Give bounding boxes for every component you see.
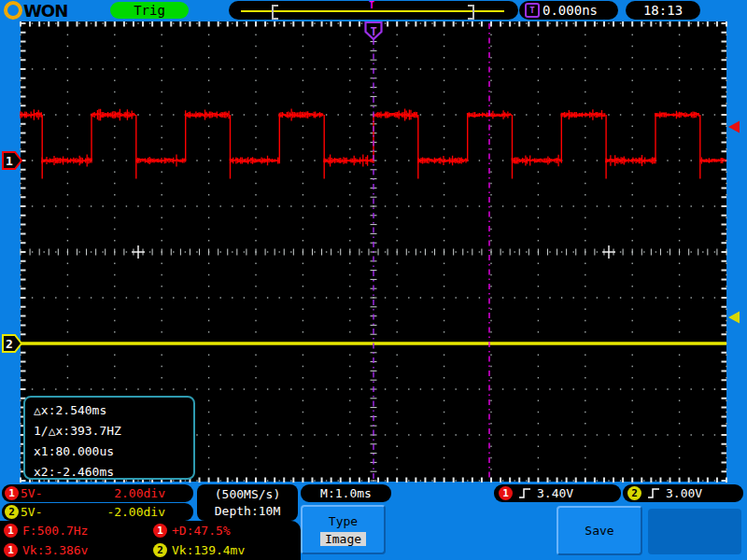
channel2-trigger-level-readout[interactable]: 2 3.00V (623, 484, 743, 502)
top-status-bar: WON Trig T T 0.000ns 18:13 (0, 0, 747, 21)
rising-edge-icon (518, 487, 531, 499)
cursor-measurement-box: △x:2.540ms 1/△x:393.7HZ x1:80.000us x2:-… (23, 396, 195, 480)
acquisition-readout: (500MS/s) Depth:10M (197, 484, 298, 521)
save-button[interactable]: Save (557, 506, 642, 555)
channel1-position-label: 1 (6, 154, 13, 168)
channel2-trigger-level-value: 3.00V (666, 486, 702, 500)
trigger-time-readout: T 0.000ns (519, 1, 618, 20)
measurement-ch1-duty: 1 +D:47.5% (149, 524, 299, 538)
channel2-chip: 2 (627, 486, 641, 500)
channel1-chip: 1 (153, 524, 167, 538)
timebase-readout[interactable]: M:1.0ms (301, 484, 391, 502)
measurement-text: F:500.7Hz (22, 524, 88, 538)
sample-rate: (500MS/s) (215, 486, 280, 503)
memory-window-line (241, 10, 504, 12)
channel1-volts-per-div: 5V- (21, 486, 42, 500)
oscilloscope-screen: T 1 2 △x:2.540ms 1/△x:393.7HZ x1:80.000u… (0, 0, 747, 560)
window-left-bracket-icon (272, 5, 278, 20)
channel1-chip: 1 (5, 486, 19, 500)
channel1-chip: 1 (4, 524, 18, 538)
channel2-chip: 2 (5, 505, 19, 519)
empty-menu-button[interactable] (648, 509, 741, 554)
measurement-ch1-vk: 1 Vk:3.386v (0, 543, 149, 557)
trigger-status-text: Trig (134, 3, 165, 18)
channel2-trigger-level-arrow[interactable] (728, 312, 740, 324)
channel2-position-marker[interactable] (3, 335, 21, 352)
measurement-ch2-vk: 2 Vk:139.4mv (149, 543, 299, 557)
measurement-text: Vk:139.4mv (172, 543, 245, 557)
memory-depth: Depth:10M (215, 503, 280, 520)
clock: 18:13 (626, 1, 700, 20)
channel1-trigger-level-arrow[interactable] (728, 121, 740, 133)
channel2-position-value: -2.00div (106, 505, 193, 519)
rising-edge-icon (647, 487, 660, 499)
bottom-status-bar: 1 5V- 2.00div 2 5V- -2.00div (500MS/s) D… (0, 483, 747, 560)
type-label: Type (329, 514, 358, 528)
logo-ring-icon (4, 1, 22, 20)
measurement-ch1-frequency: 1 F:500.7Hz (0, 524, 149, 538)
trigger-t-icon: T (525, 3, 540, 18)
channel2-volts-per-div: 5V- (21, 505, 42, 519)
logo-text: WON (23, 1, 67, 21)
channel2-position-label: 2 (6, 337, 13, 351)
channel1-trigger-level-readout[interactable]: 1 3.40V (494, 484, 621, 502)
save-label: Save (585, 524, 613, 538)
channel1-scale-readout[interactable]: 1 5V- 2.00div (2, 484, 193, 502)
type-menu-button[interactable]: Type Image (301, 505, 386, 554)
window-right-bracket-icon (468, 5, 474, 20)
channel2-chip: 2 (153, 543, 167, 557)
cursor-inverse-dx-readout: 1/△x:393.7HZ (34, 421, 193, 441)
trigger-status-badge: Trig (110, 2, 189, 19)
channel2-scale-readout[interactable]: 2 5V- -2.00div (2, 503, 193, 521)
window-trigger-tick: T (369, 1, 374, 9)
cursor-x2-readout: x2:-2.460ms (34, 462, 193, 483)
cursor-x1-readout: x1:80.000us (34, 441, 193, 462)
channel1-trigger-level-value: 3.40V (537, 486, 573, 500)
channel1-chip: 1 (4, 543, 18, 557)
trigger-time-value: 0.000ns (543, 3, 598, 18)
owon-logo: WON (4, 1, 67, 20)
channel1-chip: 1 (499, 486, 513, 500)
channel1-position-value: 2.00div (114, 486, 193, 500)
measurement-text: +D:47.5% (172, 524, 231, 538)
type-selected-value: Image (320, 532, 366, 546)
timebase-value: M:1.0ms (320, 486, 372, 500)
auto-measurements-box: 1 F:500.7Hz 1 +D:47.5% 1 Vk:3.386v 2 Vk:… (0, 521, 301, 560)
measurement-text: Vk:3.386v (22, 543, 88, 557)
clock-text: 18:13 (643, 3, 683, 18)
horizontal-position-indicator[interactable]: T (229, 1, 518, 20)
cursor-dx-readout: △x:2.540ms (34, 400, 193, 421)
channel1-position-marker[interactable] (3, 152, 21, 169)
